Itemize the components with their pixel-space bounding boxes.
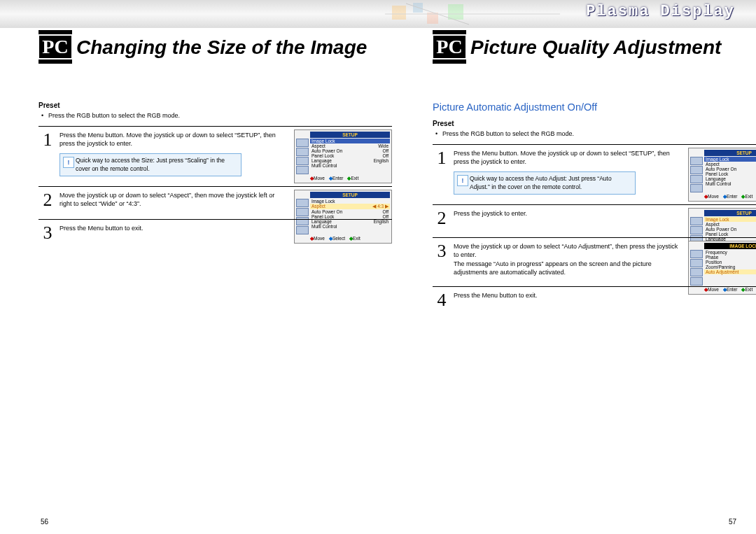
step: 2 Move the joystick up or down to select… bbox=[38, 186, 392, 219]
step-number: 1 bbox=[433, 149, 451, 195]
osd-title: SETUP bbox=[310, 132, 390, 138]
step: 2 Press the joystick to enter. SETUP Ima… bbox=[433, 204, 756, 237]
step-number: 1 bbox=[38, 131, 57, 176]
svg-rect-3 bbox=[448, 4, 463, 20]
osd-row: Auto Power OnOff bbox=[310, 148, 390, 153]
step: 3 Move the joystick up or down to select… bbox=[433, 237, 756, 286]
pc-badge-right: PC bbox=[433, 30, 466, 64]
osd-footer: ◆Move◆Enter◆Exit bbox=[704, 194, 756, 199]
osd-row: Position bbox=[704, 260, 756, 265]
osd-row: AspectWide bbox=[704, 162, 756, 167]
osd-row: LanguageEnglish bbox=[704, 176, 756, 181]
osd-menu: Image LockAspectWideAuto Power OnOffPane… bbox=[309, 139, 390, 174]
osd-row: LanguageEnglish bbox=[310, 158, 390, 163]
svg-rect-0 bbox=[392, 6, 406, 20]
osd-menu: FrequencyPhasePositionZoom/PanningAuto A… bbox=[703, 250, 756, 286]
osd-icon-col bbox=[296, 139, 309, 174]
osd-row: Image Lock bbox=[704, 217, 756, 222]
osd-row: Auto Power OnOff bbox=[310, 209, 390, 214]
step-text: Press the Menu button to exit. bbox=[59, 224, 392, 242]
step-number: 4 bbox=[433, 291, 451, 309]
osd-row: Panel LockOff bbox=[310, 214, 390, 219]
left-page: PC Changing the Size of the Image Preset… bbox=[38, 28, 392, 252]
step-number: 3 bbox=[38, 224, 57, 242]
osd-menu: Image LockAspectWideAuto Power OnOffPane… bbox=[703, 157, 756, 192]
osd-row: Phase bbox=[704, 255, 756, 260]
osd-row: Auto Power OnOff bbox=[704, 227, 756, 232]
step-number: 2 bbox=[433, 209, 451, 227]
osd-footer: ◆Move◆Enter◆Exit bbox=[310, 176, 390, 181]
osd-row: Panel LockOff bbox=[704, 171, 756, 176]
preset-label: Preset bbox=[433, 120, 756, 127]
osd-row: Auto Adjustment bbox=[704, 269, 756, 274]
osd-row: Panel LockOff bbox=[310, 153, 390, 158]
osd-screenshot: SETUP Image LockAspectWideAuto Power OnO… bbox=[688, 148, 756, 202]
osd-icon-col bbox=[690, 157, 703, 192]
step: 4 Press the Menu button to exit. bbox=[433, 286, 756, 319]
step-number: 2 bbox=[38, 191, 57, 209]
pc-badge-left: PC bbox=[38, 30, 72, 64]
step: 1 Press the Menu button. Move the joysti… bbox=[433, 144, 756, 204]
step-number: 3 bbox=[433, 242, 451, 276]
right-page: PC Picture Quality Adjustment Picture Au… bbox=[433, 28, 756, 319]
osd-row: Frequency bbox=[704, 250, 756, 255]
header-bar: Plasma Display bbox=[0, 0, 756, 28]
osd-title: SETUP bbox=[310, 192, 390, 198]
header-decor bbox=[385, 0, 560, 28]
osd-row: AspectWide bbox=[704, 222, 756, 227]
osd-screenshot: SETUP Image LockAspectWideAuto Power OnO… bbox=[294, 129, 392, 183]
osd-row: Zoom/Panning bbox=[704, 265, 756, 269]
tip-box: Quick way to access the Size: Just press… bbox=[59, 153, 241, 176]
page-number-right: 57 bbox=[729, 518, 736, 526]
step: 1 Press the Menu button. Move the joysti… bbox=[38, 126, 392, 186]
preset-label: Preset bbox=[38, 101, 392, 109]
brand-text: Plasma Display bbox=[586, 3, 735, 20]
page-title-right: Picture Quality Adjustment bbox=[470, 28, 721, 66]
osd-row: Multi Control bbox=[704, 181, 756, 186]
page-title-left: Changing the Size of the Image bbox=[76, 28, 367, 66]
osd-row: Image Lock bbox=[704, 157, 756, 162]
tip-box: Quick way to access the Auto Adjust: Jus… bbox=[454, 171, 636, 195]
osd-row: Image Lock bbox=[310, 139, 390, 143]
osd-title: IMAGE LOCK bbox=[704, 243, 756, 249]
step: 3 Press the Menu button to exit. bbox=[38, 219, 392, 252]
osd-row: Multi Control bbox=[310, 163, 390, 168]
osd-icon-col bbox=[690, 250, 703, 286]
osd-row: Panel LockOff bbox=[704, 232, 756, 237]
page-number-left: 56 bbox=[41, 518, 48, 526]
osd-row: Aspect◀ 4:3 ▶ bbox=[310, 204, 390, 209]
preset-text: Press the RGB button to select the RGB m… bbox=[48, 112, 392, 119]
osd-title: SETUP bbox=[704, 210, 756, 216]
step-text: Press the Menu button to exit. bbox=[454, 291, 756, 309]
osd-row: AspectWide bbox=[310, 143, 390, 148]
preset-text: Press the RGB button to select the RGB m… bbox=[442, 130, 756, 137]
section-subheading: Picture Automatic Adjustment On/Off bbox=[433, 101, 756, 113]
osd-title: SETUP bbox=[704, 150, 756, 156]
osd-row: Auto Power OnOff bbox=[704, 167, 756, 171]
osd-row: Image Lock bbox=[310, 199, 390, 204]
